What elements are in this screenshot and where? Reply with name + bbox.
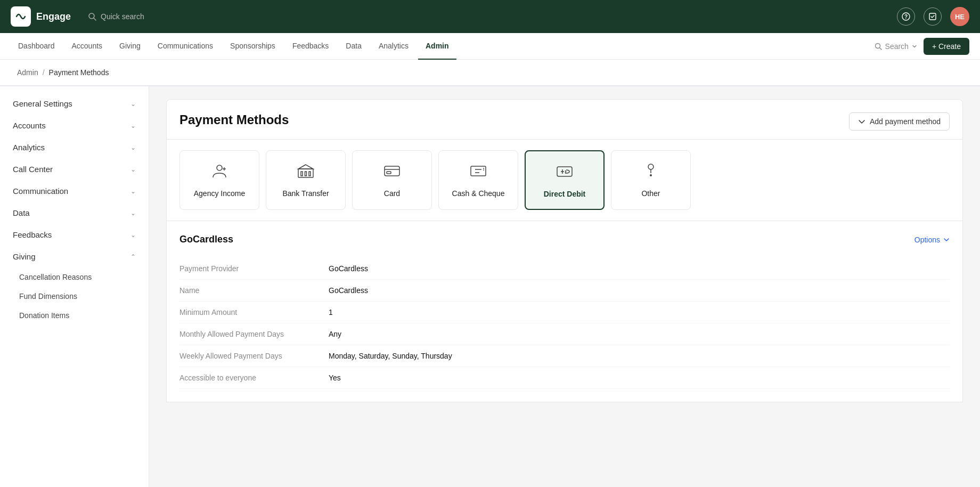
sidebar-label-call-center: Call Center	[13, 165, 53, 174]
svg-point-7	[217, 165, 222, 171]
svg-rect-12	[385, 166, 399, 176]
chevron-up-icon: ⌃	[130, 253, 136, 261]
quick-search-label: Quick search	[101, 12, 144, 21]
page-content: General Settings ⌄ Accounts ⌄ Analytics …	[0, 86, 980, 487]
nav-sponsorships[interactable]: Sponsorships	[223, 33, 283, 60]
cash-cheque-icon	[469, 161, 488, 183]
nav-giving[interactable]: Giving	[112, 33, 148, 60]
pm-card-other[interactable]: Other	[611, 150, 691, 210]
main-inner: Payment Methods Add payment method	[149, 86, 980, 415]
svg-rect-14	[387, 172, 391, 174]
nav-feedbacks[interactable]: Feedbacks	[285, 33, 336, 60]
user-avatar[interactable]: HE	[950, 7, 969, 26]
logo-area: Engage	[11, 6, 71, 27]
detail-section: GoCardless Options Payment Provider GoCa…	[166, 221, 963, 402]
pm-card-agency[interactable]: Agency Income	[179, 150, 259, 210]
nav-analytics[interactable]: Analytics	[371, 33, 416, 60]
sidebar-label-feedbacks: Feedbacks	[13, 230, 52, 239]
top-bar-right: ? HE	[897, 7, 969, 26]
sidebar-label-communication: Communication	[13, 186, 68, 196]
create-button[interactable]: + Create	[924, 38, 969, 55]
main-area: Payment Methods Add payment method	[149, 86, 980, 487]
options-label: Options	[914, 236, 940, 244]
sidebar-sub-fund-dimensions[interactable]: Fund Dimensions	[0, 287, 149, 306]
sidebar-item-feedbacks[interactable]: Feedbacks ⌄	[0, 224, 149, 246]
search-inline-icon	[875, 43, 882, 50]
help-icon: ?	[902, 12, 910, 21]
add-payment-method-label: Add payment method	[870, 117, 941, 126]
svg-point-17	[648, 164, 654, 169]
svg-line-6	[879, 47, 881, 50]
field-label-name: Name	[179, 280, 329, 302]
sidebar-item-general-settings[interactable]: General Settings ⌄	[0, 93, 149, 115]
chevron-down-icon: ⌄	[130, 231, 136, 239]
pm-card-label-other: Other	[641, 189, 660, 198]
chevron-down-icon	[858, 118, 865, 125]
sidebar-item-accounts[interactable]: Accounts ⌄	[0, 115, 149, 136]
field-value-payment-provider: GoCardless	[329, 258, 950, 280]
sidebar-label-general-settings: General Settings	[13, 99, 72, 108]
card-icon	[382, 161, 402, 183]
help-button[interactable]: ?	[897, 7, 915, 26]
options-chevron-icon	[943, 237, 950, 243]
payment-cards-area: Agency Income Bank Transfer	[166, 140, 963, 221]
search-icon	[88, 12, 96, 21]
sidebar-label-data: Data	[13, 208, 30, 217]
pm-card-label-card: Card	[384, 189, 400, 198]
pm-card-bank[interactable]: Bank Transfer	[266, 150, 346, 210]
detail-grid: Payment Provider GoCardless Name GoCardl…	[179, 258, 950, 389]
pm-card-direct-debit[interactable]: Direct Debit	[525, 150, 605, 210]
chevron-down-icon: ⌄	[130, 209, 136, 217]
quick-search[interactable]: Quick search	[88, 12, 144, 21]
search-inline[interactable]: Search	[875, 42, 917, 51]
detail-header: GoCardless Options	[179, 234, 950, 245]
svg-line-1	[94, 18, 96, 20]
sidebar: General Settings ⌄ Accounts ⌄ Analytics …	[0, 86, 149, 487]
field-value-monthly-allowed: Any	[329, 323, 950, 345]
breadcrumb-separator: /	[43, 68, 45, 77]
options-button[interactable]: Options	[914, 236, 950, 244]
logo-box	[11, 6, 31, 27]
field-label-minimum-amount: Minimum Amount	[179, 302, 329, 323]
nav-data[interactable]: Data	[338, 33, 369, 60]
tasks-icon	[928, 12, 937, 21]
field-label-monthly-allowed: Monthly Allowed Payment Days	[179, 323, 329, 345]
sidebar-sub-donation-items[interactable]: Donation Items	[0, 306, 149, 325]
svg-rect-11	[309, 172, 311, 176]
sidebar-item-giving[interactable]: Giving ⌃	[0, 246, 149, 267]
chevron-down-icon: ⌄	[130, 100, 136, 108]
sidebar-item-analytics[interactable]: Analytics ⌄	[0, 136, 149, 158]
search-chevron-icon	[912, 44, 917, 49]
nav-accounts[interactable]: Accounts	[64, 33, 110, 60]
field-label-weekly-allowed: Weekly Allowed Payment Days	[179, 345, 329, 367]
sidebar-sub-cancellation-reasons[interactable]: Cancellation Reasons	[0, 267, 149, 287]
field-label-accessible: Accessible to everyone	[179, 367, 329, 389]
direct-debit-icon	[555, 162, 574, 183]
add-payment-method-button[interactable]: Add payment method	[849, 112, 950, 131]
breadcrumb-parent[interactable]: Admin	[17, 68, 38, 77]
bank-transfer-icon	[296, 161, 315, 183]
svg-text:?: ?	[904, 14, 908, 20]
svg-rect-10	[305, 172, 307, 176]
svg-rect-15	[471, 166, 486, 176]
sidebar-item-communication[interactable]: Communication ⌄	[0, 180, 149, 202]
sidebar-label-giving: Giving	[13, 252, 36, 261]
pm-card-label-bank: Bank Transfer	[282, 189, 329, 198]
agency-income-icon	[210, 161, 229, 183]
tasks-button[interactable]	[924, 7, 942, 26]
nav-admin[interactable]: Admin	[418, 33, 456, 60]
pm-card-cash[interactable]: Cash & Cheque	[438, 150, 518, 210]
top-bar: Engage Quick search ? HE	[0, 0, 980, 33]
logo-icon	[14, 10, 27, 23]
sidebar-item-call-center[interactable]: Call Center ⌄	[0, 158, 149, 180]
page-title: Payment Methods	[179, 112, 289, 127]
search-label: Search	[885, 42, 909, 51]
sidebar-item-data[interactable]: Data ⌄	[0, 202, 149, 224]
field-value-weekly-allowed: Monday, Saturday, Sunday, Thursday	[329, 345, 950, 367]
nav-communications[interactable]: Communications	[150, 33, 220, 60]
other-icon	[641, 161, 660, 183]
pm-card-card[interactable]: Card	[352, 150, 432, 210]
svg-rect-16	[557, 167, 572, 176]
sidebar-label-analytics: Analytics	[13, 143, 45, 152]
nav-dashboard[interactable]: Dashboard	[11, 33, 62, 60]
